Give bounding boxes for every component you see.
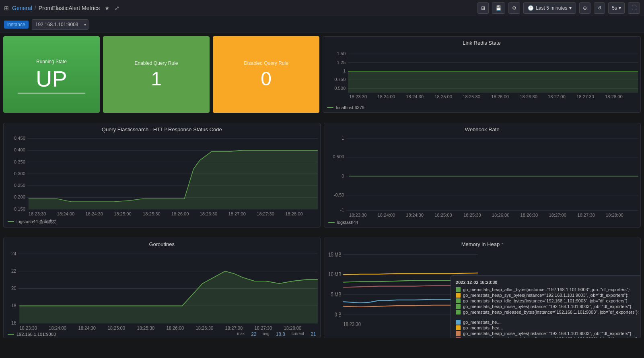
goroutines-avg-label: avg xyxy=(263,331,270,337)
row1: Running State UP Enabled Query Rule 1 Di… xyxy=(3,36,641,113)
refresh-interval-chevron: ▾ xyxy=(619,5,621,11)
svg-text:0.450: 0.450 xyxy=(14,136,25,141)
goroutines-footer: 192.168.1.101:9003 max 22 avg 18.8 curre… xyxy=(4,331,320,338)
goroutines-current-label: current xyxy=(292,331,304,337)
instance-select-wrapper: 192.168.1.101:9003 xyxy=(32,19,88,30)
svg-text:1: 1 xyxy=(342,136,344,141)
svg-text:1: 1 xyxy=(343,68,346,73)
memory-heap-chart-area: 15 MB 10 MB 5 MB 0 B 18:23:30 18:28:00 xyxy=(324,249,641,338)
svg-text:-1: -1 xyxy=(340,207,344,212)
zoom-out-button[interactable]: ⊖ xyxy=(579,2,591,14)
svg-text:22: 22 xyxy=(11,268,16,273)
svg-text:18:25:00: 18:25:00 xyxy=(107,325,125,331)
link-redis-chart-area: 1.50 1.25 1 0.750 0.500 18:23:30 18:24:0… xyxy=(323,48,640,103)
breadcrumb-general[interactable]: General xyxy=(12,5,32,11)
save-icon: 💾 xyxy=(496,5,502,11)
svg-text:18:23:30: 18:23:30 xyxy=(349,212,366,217)
svg-text:18:25:00: 18:25:00 xyxy=(434,94,452,99)
svg-text:18: 18 xyxy=(11,302,16,308)
query-es-panel: Query Elasticsearch - HTTP Response Stat… xyxy=(3,123,321,228)
zoom-out-icon: ⊖ xyxy=(583,5,587,11)
query-es-legend-dot xyxy=(8,221,14,222)
query-es-svg: 0.450 0.400 0.350 0.300 0.250 0.200 0.15… xyxy=(4,134,320,217)
webhook-rate-legend-label: logstash44 xyxy=(337,220,358,225)
breadcrumb-sep: / xyxy=(35,5,36,11)
svg-text:10 MB: 10 MB xyxy=(328,271,341,278)
memory-heap-panel: Memory in Heap ˅ 15 MB 10 MB 5 MB 0 B 18… xyxy=(324,238,641,338)
svg-text:18:27:30: 18:27:30 xyxy=(257,211,274,216)
svg-text:0.400: 0.400 xyxy=(14,147,25,152)
topbar-right: ⊞ 💾 ⚙ 🕐 Last 5 minutes ▾ ⊖ ↺ 5s ▾ ⛶ xyxy=(477,2,640,14)
svg-text:18:24:30: 18:24:30 xyxy=(78,325,96,331)
svg-text:18:25:00: 18:25:00 xyxy=(114,211,132,216)
svg-text:1.25: 1.25 xyxy=(337,60,346,65)
add-panel-button[interactable]: ⊞ xyxy=(477,2,489,14)
enabled-rule-value: 1 xyxy=(151,69,162,89)
svg-text:18:27:00: 18:27:00 xyxy=(548,94,566,99)
svg-text:18:23:30: 18:23:30 xyxy=(343,321,361,328)
goroutines-chart-area: 24 22 20 18 16 18:23:30 18:24:00 18:24:3… xyxy=(4,249,320,331)
svg-text:18:24:00: 18:24:00 xyxy=(49,325,66,331)
svg-text:18:25:00: 18:25:00 xyxy=(434,212,452,217)
goroutines-stats: max 22 avg 18.8 current 21 xyxy=(237,331,316,337)
save-button[interactable]: 💾 xyxy=(492,2,505,14)
refresh-interval-label: 5s xyxy=(612,5,617,11)
webhook-rate-legend-dot xyxy=(328,222,335,223)
refresh-interval-button[interactable]: 5s ▾ xyxy=(608,2,625,14)
time-range-picker[interactable]: 🕐 Last 5 minutes ▾ xyxy=(523,2,576,14)
svg-text:18:24:30: 18:24:30 xyxy=(85,211,103,216)
svg-text:0.250: 0.250 xyxy=(14,183,25,188)
disabled-rule-title: Disabled Query Rule xyxy=(244,60,288,66)
svg-text:18:24:00: 18:24:00 xyxy=(57,211,75,216)
instance-select[interactable]: 192.168.1.101:9003 xyxy=(32,19,88,30)
svg-text:18:26:30: 18:26:30 xyxy=(520,94,537,99)
svg-text:18:28:00: 18:28:00 xyxy=(284,325,302,331)
tv-mode-button[interactable]: ⛶ xyxy=(628,2,640,14)
webhook-rate-svg: 1 0.500 0 -0.50 -1 18:23:30 18:24:00 18:… xyxy=(324,134,641,218)
svg-text:0.500: 0.500 xyxy=(333,154,344,159)
svg-text:18:28:00: 18:28:00 xyxy=(605,94,623,99)
goroutines-legend: 192.168.1.101:9003 xyxy=(8,332,56,337)
refresh-button[interactable]: ↺ xyxy=(594,2,605,14)
svg-text:18:27:00: 18:27:00 xyxy=(225,325,243,331)
goroutines-title: Goroutines xyxy=(4,238,320,249)
row3: Goroutines 24 22 20 18 16 18:23:30 xyxy=(3,238,641,338)
svg-text:16: 16 xyxy=(11,320,16,325)
svg-text:24: 24 xyxy=(11,250,16,256)
goroutines-avg-val: 18.8 xyxy=(276,331,285,337)
link-redis-legend: localhost:6379 xyxy=(323,103,640,112)
svg-text:18:26:00: 18:26:00 xyxy=(491,94,509,99)
svg-text:18:28:00: 18:28:00 xyxy=(605,212,623,217)
svg-text:18:28:00: 18:28:00 xyxy=(285,211,303,216)
svg-text:0.200: 0.200 xyxy=(14,195,25,199)
svg-text:18:27:00: 18:27:00 xyxy=(549,212,566,217)
svg-text:0.500: 0.500 xyxy=(334,86,346,91)
svg-text:18:26:30: 18:26:30 xyxy=(520,212,538,217)
star-icon[interactable]: ★ xyxy=(105,5,110,11)
row2: Query Elasticsearch - HTTP Response Stat… xyxy=(3,123,641,228)
query-es-legend-label: logstash44:查询成功 xyxy=(16,219,57,225)
svg-text:18:23:30: 18:23:30 xyxy=(19,325,37,331)
instance-bar: instance 192.168.1.101:9003 xyxy=(0,16,644,33)
instance-label: instance xyxy=(4,21,29,29)
svg-text:18:24:30: 18:24:30 xyxy=(406,94,424,99)
tv-icon: ⛶ xyxy=(632,5,636,11)
query-es-legend: logstash44:查询成功 xyxy=(4,217,320,227)
svg-text:0 B: 0 B xyxy=(334,311,341,318)
share-icon[interactable]: ⤢ xyxy=(115,5,119,11)
disabled-rule-card: Disabled Query Rule 0 xyxy=(213,36,319,113)
svg-text:0: 0 xyxy=(342,174,344,178)
link-redis-svg: 1.50 1.25 1 0.750 0.500 18:23:30 18:24:0… xyxy=(323,48,640,103)
grid-icon: ⊞ xyxy=(4,5,9,11)
dashboard: Running State UP Enabled Query Rule 1 Di… xyxy=(0,33,644,358)
webhook-rate-legend: logstash44 xyxy=(324,218,641,227)
settings-button[interactable]: ⚙ xyxy=(508,2,520,14)
enabled-rule-card: Enabled Query Rule 1 xyxy=(103,36,210,113)
chevron-down-icon: ▾ xyxy=(569,5,572,11)
svg-text:18:27:00: 18:27:00 xyxy=(228,211,246,216)
memory-heap-svg: 15 MB 10 MB 5 MB 0 B 18:23:30 18:28:00 xyxy=(324,249,641,338)
svg-text:15 MB: 15 MB xyxy=(328,251,341,258)
svg-text:1.50: 1.50 xyxy=(337,52,346,56)
webhook-rate-title: Webhook Rate xyxy=(324,123,641,134)
topbar: ⊞ General / PromElasticAlert Metrics ★ ⤢… xyxy=(0,0,644,16)
